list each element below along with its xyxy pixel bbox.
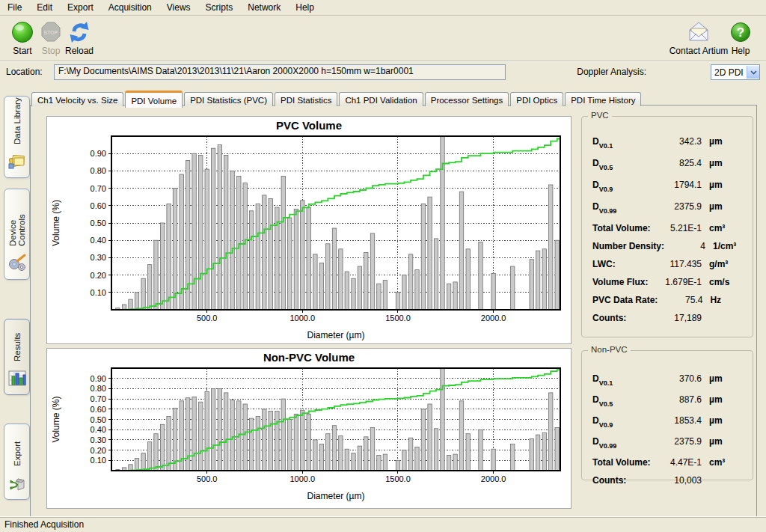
y-axis-label: Volume (%) [51, 200, 61, 246]
svg-text:0.50: 0.50 [91, 218, 106, 227]
svg-text:0.90: 0.90 [91, 374, 106, 383]
contact-artium-button[interactable]: Contact Artium [667, 18, 730, 56]
svg-text:1000.0: 1000.0 [289, 314, 315, 322]
menu-item-scripts[interactable]: Scripts [198, 1, 241, 14]
help-icon: ? [724, 19, 757, 45]
doppler-analysis-dropdown[interactable]: 2D PDI [711, 64, 760, 80]
x-axis-label: Diameter (µm) [307, 330, 365, 340]
stat-row: Total Volume:4.47E-1cm³ [582, 457, 753, 475]
stat-row: DV0.91794.1µm [582, 180, 753, 201]
stat-unit: µm [702, 158, 742, 168]
svg-text:0.70: 0.70 [91, 184, 106, 193]
chevron-down-icon[interactable] [747, 66, 759, 79]
svg-text:0.20: 0.20 [91, 271, 106, 280]
stat-row: Number Density:41/cm³ [582, 241, 753, 259]
tab-strip: Ch1 Velocity vs. SizePDI VolumePDI Stati… [31, 91, 643, 106]
stat-label: DV0.9 [592, 415, 655, 427]
sidebar-item-label: Results [13, 319, 22, 366]
stat-unit: µm [702, 201, 742, 212]
stat-label: Total Volume: [592, 223, 655, 233]
sidebar-item-data-library[interactable]: Data Library [4, 96, 30, 178]
location-input[interactable]: F:\My Documents\AIMS Data\2013\2013\11\2… [54, 64, 506, 80]
sidebar-item-label: Device Controls [8, 189, 26, 251]
stat-unit: µm [702, 136, 742, 147]
results-tab-panel: PVC Volume0.100.200.300.400.500.600.700.… [30, 105, 757, 518]
menu-item-views[interactable]: Views [159, 1, 198, 14]
stat-value: 10,003 [655, 475, 702, 486]
reload-icon [60, 19, 99, 45]
non-pvc-stats-groupbox: Non-PVC DV0.1370.6µmDV0.5887.6µmDV0.9185… [581, 350, 753, 480]
tab-pdi-volume[interactable]: PDI Volume [125, 91, 183, 108]
svg-text:?: ? [737, 25, 744, 40]
stat-label: Counts: [592, 313, 655, 323]
tab-ch1-pdi-validation[interactable]: Ch1 PDI Validation [339, 92, 423, 106]
menu-item-acquisition[interactable]: Acquisition [101, 1, 159, 14]
aims-application-window: FileEditExportAcquisitionViewsScriptsNet… [0, 0, 766, 532]
menu-item-export[interactable]: Export [60, 1, 101, 14]
export-box-icon [7, 473, 27, 495]
chart-title: PVC Volume [276, 119, 342, 132]
stat-unit: g/m³ [702, 259, 742, 269]
stat-row: DV0.5887.6µm [582, 394, 753, 415]
stat-value: 1794.1 [655, 180, 702, 190]
bar-chart-icon [7, 368, 27, 391]
stat-row: Total Volume:5.21E-1cm³ [582, 223, 753, 241]
stat-label: DV0.99 [592, 201, 655, 213]
stat-label: LWC: [592, 259, 655, 269]
pvc-volume-chart-card: PVC Volume0.100.200.300.400.500.600.700.… [46, 116, 572, 344]
stat-row: Counts:10,003 [582, 475, 753, 493]
tab-processor-settings[interactable]: Processor Settings [425, 92, 509, 106]
tab-pdi-statistics[interactable]: PDI Statistics [275, 92, 337, 106]
menu-item-help[interactable]: Help [288, 1, 322, 14]
tab-ch1-velocity-vs-size[interactable]: Ch1 Velocity vs. Size [31, 92, 123, 106]
sidebar-item-device-controls[interactable]: Device Controls [4, 189, 30, 280]
tab-pdi-time-history[interactable]: PDI Time History [565, 92, 641, 106]
non-pvc-volume-chart-card: Non-PVC Volume0.100.200.300.400.500.600.… [46, 348, 572, 509]
stat-label: Total Volume: [592, 457, 655, 468]
stat-row: Volume Flux:1.679E-1cm/s [582, 277, 753, 295]
stat-value: 342.3 [655, 136, 702, 147]
pvc-stats-groupbox: PVC DV0.1342.3µmDV0.5825.4µmDV0.91794.1µ… [581, 116, 753, 337]
stat-row: DV0.1342.3µm [582, 136, 753, 158]
status-text: Finished Acquisition [4, 519, 84, 530]
location-row: Location: F:\My Documents\AIMS Data\2013… [0, 61, 766, 84]
doppler-analysis-label: Doppler Analysis: [577, 67, 646, 77]
pvc-groupbox-title: PVC [588, 111, 612, 120]
stat-row: LWC:117.435g/m³ [582, 259, 753, 277]
svg-text:2000.0: 2000.0 [481, 474, 506, 483]
svg-text:1500.0: 1500.0 [385, 474, 411, 483]
stat-unit: µm [702, 415, 742, 426]
gears-icon [7, 253, 27, 275]
stat-label: PVC Data Rate: [592, 295, 658, 305]
help-button[interactable]: ? Help [724, 18, 757, 56]
sidebar-item-export[interactable]: Export [4, 424, 30, 500]
svg-text:0.80: 0.80 [91, 166, 106, 175]
svg-text:0.40: 0.40 [91, 425, 106, 434]
stat-value: 4.47E-1 [655, 457, 702, 468]
svg-text:500.0: 500.0 [197, 314, 218, 322]
stat-row: DV0.992375.9µm [582, 436, 753, 457]
reload-button[interactable]: Reload [60, 18, 99, 56]
svg-text:1000.0: 1000.0 [289, 474, 315, 483]
menu-item-edit[interactable]: Edit [29, 1, 60, 14]
stat-value: 825.4 [655, 158, 702, 168]
stat-value: 4 [664, 241, 705, 251]
menu-item-network[interactable]: Network [240, 1, 288, 14]
stat-value: 370.6 [655, 373, 702, 384]
stat-unit: µm [702, 180, 742, 190]
tab-pdi-optics[interactable]: PDI Optics [510, 92, 563, 106]
stat-label: DV0.1 [592, 136, 655, 148]
menu-item-file[interactable]: File [0, 1, 29, 14]
svg-text:0.10: 0.10 [91, 288, 106, 297]
svg-text:0.40: 0.40 [91, 236, 106, 245]
sidebar-item-results[interactable]: Results [4, 319, 30, 395]
stat-row: DV0.992375.9µm [582, 201, 753, 223]
folders-icon [7, 151, 27, 174]
tab-pdi-statistics-pvc-[interactable]: PDI Statistics (PVC) [184, 92, 273, 106]
stat-label: DV0.5 [592, 394, 655, 406]
svg-text:STOP: STOP [44, 30, 58, 35]
svg-text:0.90: 0.90 [91, 149, 106, 158]
svg-text:0.30: 0.30 [91, 435, 106, 444]
menu-bar: FileEditExportAcquisitionViewsScriptsNet… [0, 0, 766, 16]
stat-value: 17,189 [655, 313, 702, 323]
